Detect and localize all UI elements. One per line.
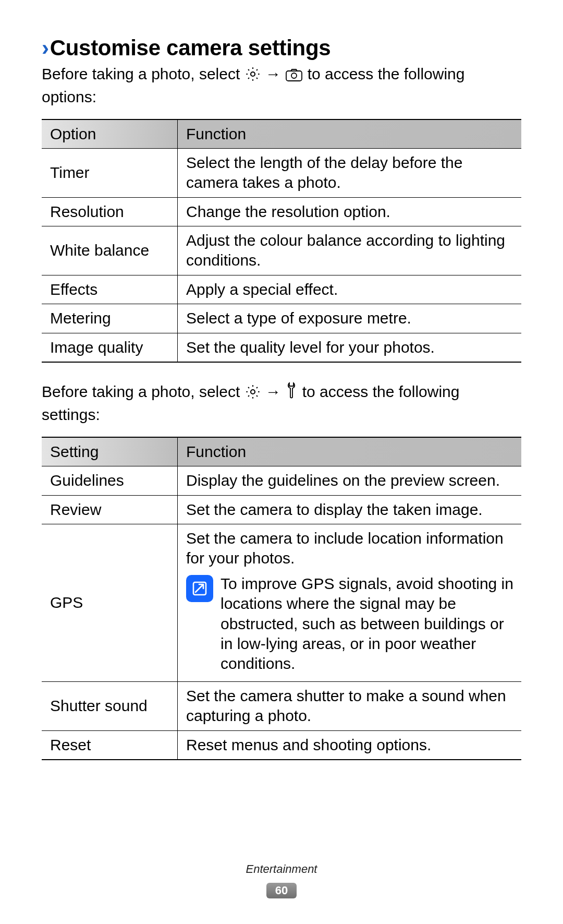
function-cell: Change the resolution option. [178, 197, 522, 226]
function-cell: Set the quality level for your photos. [178, 333, 522, 362]
setting-cell: Guidelines [42, 466, 178, 495]
setting-cell: Review [42, 495, 178, 524]
table2-head-function: Function [178, 437, 522, 466]
function-cell: Reset menus and shooting options. [178, 730, 522, 760]
function-cell: Apply a special effect. [178, 275, 522, 304]
svg-point-0 [251, 72, 255, 76]
setting-cell: Reset [42, 730, 178, 760]
function-cell: Select the length of the delay before th… [178, 148, 522, 197]
option-cell: White balance [42, 226, 178, 275]
camera-icon [285, 67, 303, 87]
option-cell: Resolution [42, 197, 178, 226]
gps-function-text: Set the camera to include location infor… [186, 529, 514, 569]
setting-cell: GPS [42, 524, 178, 682]
table1-head-function: Function [178, 119, 522, 149]
intro-text-1: Before taking a photo, select → to acces… [42, 64, 521, 107]
function-cell: Set the camera shutter to make a sound w… [178, 681, 522, 730]
footer-section-label: Entertainment [0, 862, 563, 877]
table-row: Guidelines Display the guidelines on the… [42, 466, 521, 495]
function-cell: Select a type of exposure metre. [178, 304, 522, 333]
intro1-part-a: Before taking a photo, select [42, 65, 244, 82]
chevron-icon: › [42, 35, 49, 60]
note-block: To improve GPS signals, avoid shooting i… [186, 574, 514, 674]
table-row: Shutter sound Set the camera shutter to … [42, 681, 521, 730]
table-row: Resolution Change the resolution option. [42, 197, 521, 226]
table2-head-setting: Setting [42, 437, 178, 466]
settings-table: Setting Function Guidelines Display the … [42, 437, 521, 760]
option-cell: Metering [42, 304, 178, 333]
gear-icon [244, 66, 261, 87]
table-row: GPS Set the camera to include location i… [42, 524, 521, 682]
intro1-arrow: → [265, 65, 285, 82]
page-number-badge: 60 [266, 883, 297, 898]
options-table: Option Function Timer Select the length … [42, 119, 521, 363]
function-cell: Display the guidelines on the preview sc… [178, 466, 522, 495]
wrench-icon [285, 381, 298, 405]
heading-text: Customise camera settings [50, 35, 331, 60]
table-row: Reset Reset menus and shooting options. [42, 730, 521, 760]
option-cell: Image quality [42, 333, 178, 362]
note-text: To improve GPS signals, avoid shooting i… [221, 574, 514, 674]
table-row: Review Set the camera to display the tak… [42, 495, 521, 524]
svg-rect-1 [286, 71, 302, 81]
function-cell: Adjust the colour balance according to l… [178, 226, 522, 275]
option-cell: Effects [42, 275, 178, 304]
svg-point-3 [251, 390, 255, 394]
table1-head-option: Option [42, 119, 178, 149]
intro-text-2: Before taking a photo, select → to acces… [42, 381, 521, 425]
option-cell: Timer [42, 148, 178, 197]
setting-cell: Shutter sound [42, 681, 178, 730]
section-heading: ›Customise camera settings [42, 34, 521, 62]
table-row: Effects Apply a special effect. [42, 275, 521, 304]
gear-icon [244, 383, 261, 405]
table-row: Image quality Set the quality level for … [42, 333, 521, 362]
function-cell: Set the camera to display the taken imag… [178, 495, 522, 524]
svg-point-2 [291, 73, 297, 78]
function-cell: Set the camera to include location infor… [178, 524, 522, 682]
intro2-arrow: → [265, 383, 285, 400]
table-row: White balance Adjust the colour balance … [42, 226, 521, 275]
page-footer: Entertainment 60 [0, 862, 563, 899]
note-icon [186, 575, 213, 602]
intro2-part-a: Before taking a photo, select [42, 383, 244, 400]
table-row: Metering Select a type of exposure metre… [42, 304, 521, 333]
table-row: Timer Select the length of the delay bef… [42, 148, 521, 197]
